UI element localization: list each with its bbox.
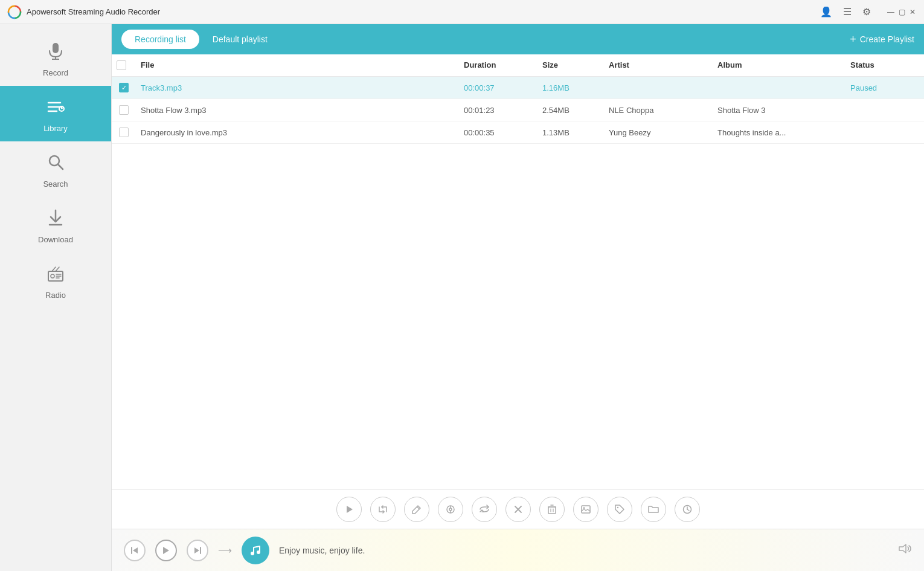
- row3-checkbox-cell[interactable]: [112, 127, 136, 137]
- table-row[interactable]: Shotta Flow 3.mp3 00:01:23 2.54MB NLE Ch…: [112, 99, 924, 121]
- header-file: File: [136, 60, 459, 70]
- tab-bar: Recording list Default playlist + Create…: [112, 24, 924, 54]
- sidebar-item-download[interactable]: Download: [0, 197, 111, 253]
- row1-checkbox[interactable]: ✓: [119, 83, 129, 92]
- row1-checkbox-cell[interactable]: ✓: [112, 83, 136, 92]
- close-button[interactable]: ✕: [908, 8, 917, 16]
- svg-point-24: [449, 508, 452, 511]
- row2-checkbox[interactable]: [119, 105, 129, 115]
- next-button[interactable]: [187, 540, 208, 561]
- open-folder-button[interactable]: [641, 497, 666, 522]
- svg-line-11: [58, 164, 63, 169]
- svg-line-20: [56, 267, 59, 271]
- radio-icon: [46, 263, 65, 287]
- play-button[interactable]: [336, 497, 362, 522]
- header-size: Size: [537, 60, 604, 70]
- row3-album: Thoughts inside a...: [713, 128, 845, 137]
- row2-checkbox-cell[interactable]: [112, 105, 136, 115]
- sidebar-record-label: Record: [43, 68, 68, 77]
- window-controls: — ▢ ✕: [887, 8, 917, 16]
- row3-duration: 00:00:35: [459, 128, 537, 137]
- maximize-button[interactable]: ▢: [897, 8, 906, 16]
- player-bar: ⟶ Enjoy music, enjoy life.: [112, 529, 924, 571]
- header-checkbox[interactable]: [112, 60, 136, 70]
- svg-line-19: [52, 267, 56, 271]
- select-all-checkbox[interactable]: [117, 60, 126, 70]
- sidebar-item-search[interactable]: Search: [0, 141, 111, 197]
- cancel-button[interactable]: [505, 497, 531, 522]
- svg-marker-47: [899, 544, 906, 553]
- header-album: Album: [713, 60, 845, 70]
- sidebar-download-label: Download: [38, 235, 73, 244]
- table-row[interactable]: Dangerously in love.mp3 00:00:35 1.13MB …: [112, 121, 924, 144]
- download-icon: [46, 208, 65, 231]
- titlebar: Apowersoft Streaming Audio Recorder 👤 ☰ …: [0, 0, 924, 24]
- table-row[interactable]: ✓ Track3.mp3 00:00:37 1.16MB Paused: [112, 77, 924, 99]
- row3-size: 1.13MB: [537, 128, 604, 137]
- library-icon: [46, 97, 65, 120]
- row1-duration: 00:00:37: [459, 83, 537, 92]
- svg-marker-41: [133, 547, 138, 553]
- svg-rect-34: [582, 506, 590, 513]
- svg-point-15: [51, 274, 54, 278]
- header-duration: Duration: [459, 60, 537, 70]
- content-area: Recording list Default playlist + Create…: [112, 24, 924, 571]
- music-tag-button[interactable]: [438, 497, 463, 522]
- row3-checkbox[interactable]: [119, 127, 129, 137]
- app-logo: [7, 5, 22, 19]
- table-header: File Duration Size Artist Album Status: [112, 54, 924, 77]
- list-icon[interactable]: ☰: [843, 6, 852, 18]
- svg-marker-44: [194, 547, 199, 553]
- tag-button[interactable]: [607, 497, 632, 522]
- titlebar-controls: 👤 ☰ ⚙ — ▢ ✕: [820, 6, 917, 18]
- svg-point-36: [617, 507, 618, 508]
- minimize-button[interactable]: —: [887, 8, 895, 16]
- edit-button[interactable]: [404, 497, 429, 522]
- user-icon[interactable]: 👤: [820, 6, 832, 18]
- svg-marker-42: [163, 547, 169, 554]
- row3-file: Dangerously in love.mp3: [136, 128, 459, 137]
- play-pause-button[interactable]: [155, 540, 177, 561]
- create-playlist-button[interactable]: + Create Playlist: [850, 33, 914, 46]
- svg-point-46: [257, 550, 260, 554]
- row2-file: Shotta Flow 3.mp3: [136, 106, 459, 115]
- app-title: Apowersoft Streaming Audio Recorder: [27, 7, 820, 16]
- row1-size: 1.16MB: [537, 83, 604, 92]
- row3-artist: Yung Beezy: [604, 128, 713, 137]
- plus-icon: +: [850, 33, 856, 46]
- schedule-button[interactable]: [675, 497, 700, 522]
- sidebar-library-label: Library: [43, 124, 68, 133]
- svg-point-45: [251, 552, 254, 555]
- music-note-button[interactable]: [242, 537, 269, 564]
- progress-arrow: ⟶: [218, 544, 232, 556]
- share-button[interactable]: [472, 497, 497, 522]
- bottom-toolbar: [112, 489, 924, 529]
- settings-icon[interactable]: ⚙: [862, 6, 871, 18]
- volume-icon[interactable]: [899, 543, 912, 557]
- svg-rect-1: [53, 43, 59, 53]
- svg-marker-21: [347, 506, 353, 513]
- header-artist: Artist: [604, 60, 713, 70]
- sidebar-search-label: Search: [43, 179, 68, 189]
- svg-rect-29: [548, 507, 556, 514]
- row1-file: Track3.mp3: [136, 83, 459, 92]
- svg-line-39: [687, 509, 689, 511]
- repeat-button[interactable]: [370, 497, 396, 522]
- sidebar-item-record[interactable]: Record: [0, 30, 111, 86]
- sidebar-item-radio[interactable]: Radio: [0, 253, 111, 308]
- row2-size: 2.54MB: [537, 106, 604, 115]
- row2-duration: 00:01:23: [459, 106, 537, 115]
- tab-recording-list[interactable]: Recording list: [121, 30, 199, 49]
- prev-button[interactable]: [124, 540, 146, 561]
- cover-art-button[interactable]: [573, 497, 598, 522]
- file-table: File Duration Size Artist Album Status ✓…: [112, 54, 924, 489]
- create-playlist-label: Create Playlist: [860, 34, 914, 44]
- search-icon: [46, 152, 65, 176]
- main-layout: Record Library: [0, 24, 924, 571]
- delete-button[interactable]: [539, 497, 565, 522]
- tab-default-playlist[interactable]: Default playlist: [199, 30, 281, 49]
- sidebar-item-library[interactable]: Library: [0, 86, 111, 141]
- player-tagline: Enjoy music, enjoy life.: [279, 546, 889, 555]
- microphone-icon: [46, 41, 65, 65]
- row1-status: Paused: [845, 83, 924, 92]
